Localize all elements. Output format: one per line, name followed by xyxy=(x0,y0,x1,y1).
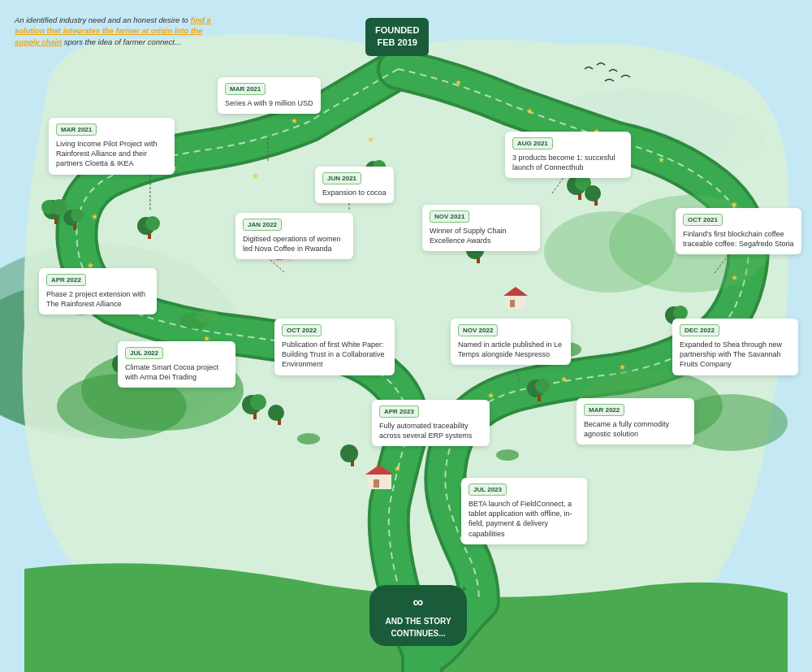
event-apr2023: APR 2023 Fully automated traceability ac… xyxy=(372,400,490,446)
event-text: Winner of Supply Chain Excellence Awards xyxy=(430,226,533,245)
svg-point-99 xyxy=(196,310,218,323)
event-date: AUG 2021 xyxy=(512,137,553,150)
svg-point-29 xyxy=(268,405,284,421)
svg-point-16 xyxy=(71,209,84,222)
event-date: OCT 2021 xyxy=(683,214,723,226)
svg-text:★: ★ xyxy=(619,362,626,371)
event-jan2022: JAN 2022 Digitised operations of women l… xyxy=(235,213,353,259)
svg-text:★: ★ xyxy=(658,155,665,164)
event-jun2021: JUN 2021 Expansion to cocoa xyxy=(315,167,394,203)
svg-rect-28 xyxy=(253,413,257,419)
svg-text:★: ★ xyxy=(487,391,495,400)
event-aug2021: AUG 2021 3 products become 1: succesful … xyxy=(505,132,631,178)
main-container: ★ ★ ★ ★ ★ ★ ★ ★ ★ ★ ★ ★ ★ ★ ★ ★ ★ ★ ★ ★ … xyxy=(0,0,812,672)
event-date: APR 2022 xyxy=(46,274,86,286)
svg-point-24 xyxy=(585,185,601,202)
svg-point-13 xyxy=(41,200,56,215)
intro-end-text: spors the idea of farmer connect... xyxy=(62,37,181,46)
event-text: Named in article published in Le Temps a… xyxy=(458,340,564,359)
svg-rect-33 xyxy=(538,396,541,401)
event-date: JUL 2023 xyxy=(469,483,507,496)
event-text: Phase 2 project extension with The Rainf… xyxy=(46,289,149,309)
svg-rect-17 xyxy=(73,224,76,230)
event-text: Publication of first White Paper: Buildi… xyxy=(282,340,387,369)
svg-text:★: ★ xyxy=(455,78,462,87)
event-text: Series A with 9 million USD xyxy=(225,98,313,108)
svg-point-19 xyxy=(145,216,160,231)
svg-rect-14 xyxy=(54,218,58,224)
svg-rect-35 xyxy=(351,461,354,466)
event-mar2022: MAR 2022 Became a fully commodity agnost… xyxy=(577,398,694,444)
event-mar2021-series: MAR 2021 Series A with 9 million USD xyxy=(218,77,321,114)
continues-line2: CONTINUES... xyxy=(391,629,445,638)
event-text: Finland's first blockchain coffee tracea… xyxy=(683,229,794,249)
svg-rect-20 xyxy=(148,233,151,239)
event-date: JUL 2022 xyxy=(125,347,163,359)
continues-icon: ∞ xyxy=(381,592,456,613)
svg-point-27 xyxy=(250,394,266,410)
event-apr2022: APR 2022 Phase 2 project extension with … xyxy=(39,268,157,314)
svg-text:★: ★ xyxy=(252,171,259,180)
svg-text:★: ★ xyxy=(394,464,401,473)
svg-text:★: ★ xyxy=(560,375,568,384)
event-oct2022: OCT 2022 Publication of first White Pape… xyxy=(274,319,395,375)
event-date: MAR 2021 xyxy=(56,124,97,136)
intro-text: An identified industry need and an hones… xyxy=(15,15,226,47)
event-date: JUN 2021 xyxy=(322,172,361,184)
event-date: MAR 2022 xyxy=(584,404,624,416)
svg-rect-54 xyxy=(510,300,515,307)
founded-label: FOUNDED xyxy=(375,24,419,37)
event-jul2023: JUL 2023 BETA launch of FieldConnect, a … xyxy=(461,478,587,544)
svg-point-32 xyxy=(535,379,550,393)
svg-rect-57 xyxy=(374,479,379,488)
event-text: BETA launch of FieldConnect, a tablet ap… xyxy=(469,499,580,539)
continues-badge: ∞ AND THE STORY CONTINUES... xyxy=(369,585,467,646)
intro-normal-text: An identified industry need and an hones… xyxy=(15,15,191,24)
svg-text:★: ★ xyxy=(731,273,738,282)
svg-point-34 xyxy=(340,444,358,462)
svg-point-10 xyxy=(544,211,674,293)
event-date: JAN 2022 xyxy=(243,219,282,231)
svg-rect-25 xyxy=(594,200,598,206)
svg-text:★: ★ xyxy=(91,212,98,221)
founded-date: FEB 2019 xyxy=(375,37,419,49)
svg-text:★: ★ xyxy=(526,106,533,115)
founded-badge: FOUNDED FEB 2019 xyxy=(365,18,429,56)
svg-rect-30 xyxy=(278,419,281,425)
event-text: Climate Smart Cocoa project with Arma De… xyxy=(125,362,228,382)
event-text: Fully automated traceability across seve… xyxy=(379,421,482,440)
continues-line1: AND THE STORY xyxy=(385,617,451,626)
event-oct2021: OCT 2021 Finland's first blockchain coff… xyxy=(676,208,801,254)
event-date: NOV 2022 xyxy=(458,324,498,336)
svg-text:★: ★ xyxy=(291,116,298,125)
event-dec2022: DEC 2022 Expanded to Shea through new pa… xyxy=(672,319,798,375)
event-text: 3 products become 1: succesful launch of… xyxy=(512,153,624,172)
svg-rect-40 xyxy=(477,258,480,263)
event-text: Living Income Pilot Project with Rainfor… xyxy=(56,139,167,168)
event-nov2021: NOV 2021 Winner of Supply Chain Excellen… xyxy=(422,205,540,251)
event-date: NOV 2021 xyxy=(430,210,469,223)
svg-text:★: ★ xyxy=(367,135,374,144)
event-text: Expanded to Shea through new partnership… xyxy=(680,340,791,369)
event-date: APR 2023 xyxy=(379,405,419,418)
event-nov2022: NOV 2022 Named in article published in L… xyxy=(451,319,571,365)
event-date: OCT 2022 xyxy=(282,324,322,336)
event-mar2021-living: MAR 2021 Living Income Pilot Project wit… xyxy=(49,118,175,175)
event-text: Became a fully commodity agnostic soluti… xyxy=(584,419,687,439)
event-text: Digitised operations of women led Nova C… xyxy=(243,234,346,254)
event-text: Expansion to cocoa xyxy=(322,188,387,197)
event-date: MAR 2021 xyxy=(225,83,266,95)
svg-point-102 xyxy=(297,433,320,444)
svg-rect-52 xyxy=(505,296,526,309)
svg-point-103 xyxy=(496,449,519,461)
svg-rect-23 xyxy=(578,193,581,200)
event-date: DEC 2022 xyxy=(680,324,719,336)
event-jul2022: JUL 2022 Climate Smart Cocoa project wit… xyxy=(118,341,235,388)
